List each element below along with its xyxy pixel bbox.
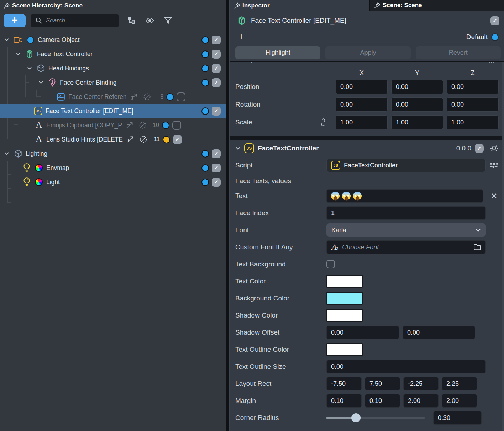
layout-rect-left-input[interactable]: -7.50: [326, 377, 362, 390]
layout-rect-right-input[interactable]: 7.50: [365, 377, 400, 390]
custom-font-field[interactable]: Aα Choose Font: [326, 240, 486, 254]
rotation-x-input[interactable]: 0.00: [336, 97, 388, 112]
text-outline-color-label: Text Outline Color: [235, 346, 326, 353]
text-input[interactable]: 😱 😱 😱: [326, 189, 483, 203]
enabled-checkbox[interactable]: [212, 107, 221, 116]
corner-radius-slider[interactable]: [326, 411, 425, 425]
layout-rect-top-input[interactable]: 2.25: [442, 377, 477, 390]
position-y-input[interactable]: 0.00: [391, 80, 443, 94]
enabled-checkbox[interactable]: [212, 64, 221, 73]
tree-row-envmap[interactable]: Envmap: [0, 161, 226, 175]
axis-z-header: Z: [447, 69, 499, 77]
inspector-scroll-area[interactable]: Transform X Y Z Position 0.00 0.00 0.00: [230, 61, 504, 431]
inspector-tabbar: Inspector Scene: Scene: [230, 0, 504, 11]
expand-tree-icon[interactable]: [127, 16, 136, 25]
enabled-checkbox[interactable]: [212, 149, 221, 158]
enabled-checkbox[interactable]: [177, 92, 185, 101]
chevron-down-icon[interactable]: [37, 81, 45, 84]
enabled-checkbox[interactable]: [212, 178, 221, 187]
font-dropdown[interactable]: Karla: [326, 223, 486, 237]
apply-button[interactable]: Apply: [325, 46, 410, 59]
default-state-dot[interactable]: [491, 33, 499, 41]
visibility-dot[interactable]: [201, 164, 209, 172]
visibility-dot[interactable]: [201, 36, 209, 44]
margin-left-input[interactable]: 0.10: [326, 394, 362, 408]
scale-z-input[interactable]: 1.00: [447, 115, 499, 129]
search-input[interactable]: Search...: [31, 14, 119, 27]
visibility-dot[interactable]: [166, 93, 174, 101]
position-x-input[interactable]: 0.00: [336, 80, 388, 94]
tree-row-face-center-reference[interactable]: Face Center Referen 8: [0, 90, 226, 104]
margin-right-input[interactable]: 0.10: [365, 394, 400, 408]
tree-row-face-center-binding[interactable]: Face Center Binding: [0, 75, 226, 90]
visibility-dot[interactable]: [201, 79, 209, 86]
chevron-down-icon[interactable]: [3, 152, 11, 155]
background-color-swatch[interactable]: [326, 292, 363, 305]
shadow-color-swatch[interactable]: [326, 309, 363, 322]
visibility-dot[interactable]: [201, 150, 209, 158]
chevron-down-icon[interactable]: [235, 147, 241, 150]
visibility-dot[interactable]: [201, 50, 209, 58]
enabled-checkbox[interactable]: [172, 121, 181, 130]
component-enabled-checkbox[interactable]: [475, 144, 484, 153]
tab-inspector[interactable]: Inspector: [230, 0, 369, 11]
shadow-offset-x-input[interactable]: 0.00: [326, 326, 399, 339]
rotation-z-input[interactable]: 0.00: [447, 97, 499, 112]
tree-row-lens-studio-hints[interactable]: A Lens Studio Hints [DELETE 11: [0, 132, 226, 147]
tree-row-lighting[interactable]: Lighting: [0, 147, 226, 161]
tree-row-face-text-controller[interactable]: Face Text Controller: [0, 47, 226, 61]
tree-row-emojis-clipboard[interactable]: A Emojis Clipboard [COPY_P 10: [0, 118, 226, 132]
visibility-dot[interactable]: [201, 179, 209, 186]
scale-x-input[interactable]: 1.00: [336, 115, 388, 129]
enabled-checkbox[interactable]: [212, 164, 221, 172]
gear-icon[interactable]: [488, 62, 495, 64]
margin-bottom-input[interactable]: 2.00: [403, 394, 439, 408]
visibility-eye-icon[interactable]: [145, 17, 154, 25]
script-reference-field[interactable]: JS FaceTextController: [326, 159, 486, 172]
tree-row-camera-object[interactable]: Camera Object: [0, 33, 226, 47]
corner-radius-input[interactable]: 0.30: [433, 411, 482, 425]
object-enabled-checkbox[interactable]: [490, 16, 499, 25]
face-index-input[interactable]: 1: [326, 206, 486, 220]
clear-icon[interactable]: ✕: [489, 192, 499, 200]
tree-row-head-bindings[interactable]: Head Bindings: [0, 61, 226, 75]
text-color-swatch[interactable]: [326, 275, 363, 288]
add-component-icon[interactable]: +: [238, 32, 245, 42]
revert-button[interactable]: Revert: [416, 46, 501, 59]
chevron-down-icon[interactable]: [26, 66, 33, 70]
link-icon[interactable]: [319, 118, 327, 126]
vertical-scrollbar[interactable]: [502, 62, 504, 431]
text-outline-size-input[interactable]: 0.00: [326, 360, 486, 373]
enabled-checkbox[interactable]: [212, 36, 221, 44]
text-outline-color-swatch[interactable]: [326, 343, 363, 356]
tab-scene[interactable]: Scene: Scene: [369, 0, 504, 11]
margin-top-input[interactable]: 2.00: [442, 394, 477, 408]
slider-handle[interactable]: [351, 413, 361, 422]
enabled-checkbox[interactable]: [173, 135, 182, 144]
filter-funnel-icon[interactable]: [164, 16, 172, 25]
layout-rect-bottom-input[interactable]: -2.25: [403, 377, 439, 390]
enabled-checkbox[interactable]: [212, 78, 221, 87]
position-z-input[interactable]: 0.00: [447, 80, 499, 94]
facetextcontroller-header[interactable]: JS FaceTextController 0.0.0: [230, 140, 504, 156]
visibility-dot[interactable]: [201, 107, 209, 115]
rotation-y-input[interactable]: 0.00: [391, 97, 443, 112]
render-order-value: 11: [152, 136, 160, 143]
text-background-checkbox[interactable]: [326, 260, 335, 268]
folder-icon[interactable]: [473, 244, 481, 251]
shadow-offset-y-input[interactable]: 0.00: [403, 326, 475, 339]
add-object-button[interactable]: +: [4, 14, 26, 27]
visibility-dot[interactable]: [162, 122, 169, 129]
scene-object-cube-icon: [36, 64, 46, 73]
visibility-dot[interactable]: [201, 65, 209, 72]
scale-y-input[interactable]: 1.00: [391, 115, 443, 129]
enabled-checkbox[interactable]: [212, 50, 221, 59]
visibility-dot-yellow[interactable]: [163, 136, 170, 143]
tree-row-face-text-controller-script[interactable]: JS Face Text Controller [EDIT_ME]: [0, 104, 226, 118]
tune-settings-icon[interactable]: [489, 161, 499, 170]
chevron-down-icon[interactable]: [14, 52, 22, 56]
highlight-button[interactable]: Highlight: [235, 46, 320, 59]
gear-icon[interactable]: [489, 144, 499, 153]
chevron-down-icon[interactable]: [3, 38, 11, 42]
tree-row-light[interactable]: Light: [0, 175, 226, 189]
